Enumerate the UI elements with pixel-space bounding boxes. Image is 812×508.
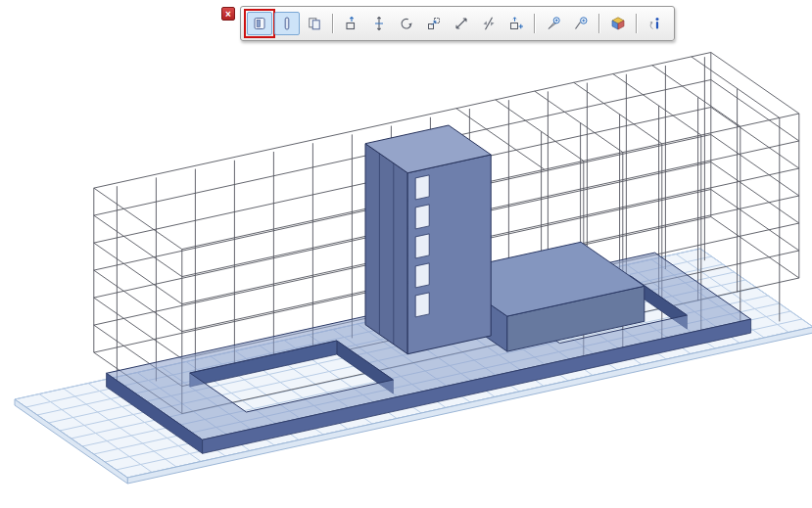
zoomin-icon	[546, 16, 561, 31]
door-tool-button[interactable]	[247, 12, 272, 35]
elevate-tool-button[interactable]	[366, 12, 392, 35]
rotate-tool-button[interactable]	[394, 12, 419, 35]
drag-icon	[344, 16, 359, 31]
zoomarea-icon	[573, 16, 589, 31]
drag-tool-button[interactable]	[339, 12, 364, 35]
copy-parameters-button[interactable]	[302, 12, 327, 35]
mirror-icon	[481, 16, 497, 31]
toolbar-close-button[interactable]: ×	[221, 7, 235, 21]
floating-toolbar: ×	[221, 6, 675, 41]
column-tool-button[interactable]	[274, 12, 300, 35]
rendering-tool-button[interactable]	[605, 12, 631, 35]
multiply-icon	[426, 16, 442, 31]
column-icon	[279, 16, 295, 31]
elevate-icon	[371, 16, 387, 31]
tower-window	[415, 263, 429, 288]
tower-window	[415, 293, 429, 317]
tower-window	[415, 205, 429, 229]
toolbar-separator	[534, 14, 536, 33]
info-icon	[647, 16, 663, 31]
toolbar-panel	[240, 6, 675, 41]
zoom-area-tool-button[interactable]	[568, 12, 594, 35]
render-icon	[610, 16, 626, 31]
toolbar-separator	[332, 14, 334, 33]
multiply-tool-button[interactable]	[421, 12, 447, 35]
tower-window	[415, 175, 429, 200]
split-icon	[454, 16, 469, 31]
element-info-button[interactable]	[643, 12, 668, 35]
toolbar-separator	[636, 14, 638, 33]
split-tool-button[interactable]	[449, 12, 474, 35]
tower-window	[415, 234, 429, 258]
core-tower-left-face	[365, 144, 407, 354]
zoom-in-tool-button[interactable]	[541, 12, 566, 35]
dragcopy-icon	[508, 16, 524, 31]
drag-copy-tool-button[interactable]	[503, 12, 529, 35]
rotate-icon	[399, 16, 414, 31]
copy-icon	[307, 16, 322, 31]
toolbar-separator	[598, 14, 600, 33]
mirror-tool-button[interactable]	[476, 12, 502, 35]
viewport-canvas[interactable]	[0, 0, 812, 508]
toolbar-buttons	[246, 12, 669, 35]
door-icon	[252, 16, 267, 31]
